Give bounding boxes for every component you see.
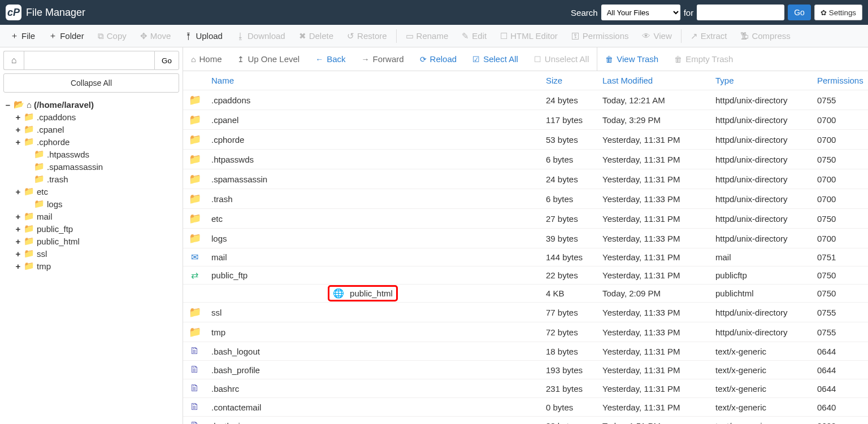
new-folder-button[interactable]: ＋Folder xyxy=(42,27,91,45)
table-row[interactable]: 📁.spamassassin24 bytesYesterday, 11:31 P… xyxy=(183,169,868,189)
file-size: 6 bytes xyxy=(540,150,597,169)
expand-icon[interactable]: + xyxy=(15,125,21,134)
expand-icon[interactable]: + xyxy=(15,261,21,271)
delete-icon: ✖ xyxy=(299,31,306,41)
new-file-button[interactable]: ＋File xyxy=(3,27,42,45)
table-row[interactable]: ✉mail144 bytesYesterday, 11:31 PMmail075… xyxy=(183,248,868,266)
compress-button[interactable]: 🗜Compress xyxy=(734,28,797,44)
table-row[interactable]: 📁etc27 bytesYesterday, 11:31 PMhttpd/uni… xyxy=(183,209,868,229)
expand-icon[interactable]: + xyxy=(15,249,21,259)
file-size: 4 KB xyxy=(540,285,597,303)
table-row[interactable]: 🗎.lastlogin83 bytesToday, 1:51 PMtext/x-… xyxy=(183,417,868,425)
file-modified: Today, 12:21 AM xyxy=(597,90,710,110)
table-row[interactable]: 📁.htpasswds6 bytesYesterday, 11:31 PMhtt… xyxy=(183,150,868,169)
file-permissions: 0700 xyxy=(811,130,868,150)
table-row[interactable]: 📁logs39 bytesYesterday, 11:33 PMhttpd/un… xyxy=(183,229,868,248)
tree-item[interactable]: 📁.trash xyxy=(5,173,178,185)
search-go-button[interactable]: Go xyxy=(788,5,811,20)
expand-icon[interactable]: + xyxy=(15,224,21,234)
table-row[interactable]: 🗎.bash_profile193 bytesYesterday, 11:31 … xyxy=(183,361,868,379)
table-row[interactable]: 🌐public_html4 KBToday, 2:09 PMpublichtml… xyxy=(183,285,868,303)
rename-button[interactable]: ▭Rename xyxy=(399,28,455,45)
extract-button[interactable]: ↗Extract xyxy=(684,28,734,45)
upload-button[interactable]: ⭱Upload xyxy=(177,28,229,44)
table-row[interactable]: ⇄public_ftp22 bytesYesterday, 11:31 PMpu… xyxy=(183,266,868,285)
permissions-button[interactable]: ⚿Permissions xyxy=(565,28,636,44)
tree-item-label: public_ftp xyxy=(37,224,73,234)
collapse-all-button[interactable]: Collapse All xyxy=(3,73,179,93)
file-name: .bash_profile xyxy=(206,361,540,379)
table-row[interactable]: 🗎.bash_logout18 bytesYesterday, 11:31 PM… xyxy=(183,342,868,361)
col-size[interactable]: Size xyxy=(540,71,597,90)
expand-icon[interactable]: + xyxy=(15,187,21,196)
file-table-wrap[interactable]: Name Size Last Modified Type Permissions… xyxy=(183,71,868,424)
home-button[interactable]: ⌂Home xyxy=(183,47,229,71)
expand-icon[interactable]: + xyxy=(15,112,21,122)
table-row[interactable]: 🗎.contactemail0 bytesYesterday, 11:31 PM… xyxy=(183,398,868,417)
file-size: 117 bytes xyxy=(540,110,597,130)
tree-item[interactable]: +📁ssl xyxy=(5,247,178,260)
tree-item[interactable]: +📁etc xyxy=(5,185,178,198)
expand-icon[interactable]: + xyxy=(15,237,21,246)
unselect-all-button[interactable]: ☐Unselect All xyxy=(526,47,597,71)
search-input[interactable] xyxy=(697,5,784,20)
collapse-icon[interactable]: – xyxy=(5,100,11,110)
download-button[interactable]: ⭳Download xyxy=(229,28,292,44)
col-modified[interactable]: Last Modified xyxy=(597,71,710,90)
table-row[interactable]: 🗎.bashrc231 bytesYesterday, 11:31 PMtext… xyxy=(183,379,868,398)
up-one-level-button[interactable]: ↥Up One Level xyxy=(229,47,307,71)
file-size: 24 bytes xyxy=(540,169,597,189)
table-row[interactable]: 📁.cpaddons24 bytesToday, 12:21 AMhttpd/u… xyxy=(183,90,868,110)
search-scope-select[interactable]: All Your Files xyxy=(601,5,680,20)
label: Restore xyxy=(357,31,387,41)
table-row[interactable]: 📁.cphorde53 bytesYesterday, 11:31 PMhttp… xyxy=(183,130,868,150)
file-type: httpd/unix-directory xyxy=(710,209,811,229)
label: Upload xyxy=(196,31,223,41)
file-type: text/x-generic xyxy=(710,379,811,398)
col-type[interactable]: Type xyxy=(710,71,811,90)
select-all-button[interactable]: ☑Select All xyxy=(465,47,526,71)
restore-button[interactable]: ↺Restore xyxy=(340,28,394,45)
file-type: mail xyxy=(710,248,811,266)
tree-item[interactable]: 📁logs xyxy=(5,198,178,210)
copy-button[interactable]: ⧉Copy xyxy=(91,28,133,45)
home-icon-button[interactable]: ⌂ xyxy=(3,51,24,70)
tree-item[interactable]: +📁public_ftp xyxy=(5,222,178,235)
table-row[interactable]: 📁.trash6 bytesYesterday, 11:33 PMhttpd/u… xyxy=(183,189,868,209)
col-permissions[interactable]: Permissions xyxy=(811,71,868,90)
tree-item[interactable]: +📁.cpanel xyxy=(5,123,178,135)
view-trash-button[interactable]: 🗑View Trash xyxy=(597,47,666,71)
move-button[interactable]: ✥Move xyxy=(133,28,178,45)
file-icon: 🗎 xyxy=(190,401,199,412)
tree-item[interactable]: +📁tmp xyxy=(5,260,178,272)
app-title: File Manager xyxy=(26,7,85,19)
tree-item-label: mail xyxy=(37,212,53,221)
tree-item[interactable]: +📁mail xyxy=(5,210,178,222)
table-row[interactable]: 📁tmp72 bytesYesterday, 11:33 PMhttpd/uni… xyxy=(183,322,868,342)
settings-button[interactable]: ✿ Settings xyxy=(814,5,862,20)
tree-item[interactable]: +📁.cpaddons xyxy=(5,111,178,123)
html-editor-button[interactable]: ☐HTML Editor xyxy=(493,28,565,45)
tree-root[interactable]: – 📂 ⌂ (/home/laravel) xyxy=(5,98,178,111)
tree-item[interactable]: +📁public_html xyxy=(5,235,178,247)
tree-item[interactable]: 📁.spamassassin xyxy=(5,160,178,173)
expand-icon[interactable]: + xyxy=(15,212,21,221)
tree-item[interactable]: 📁.htpasswds xyxy=(5,148,178,160)
edit-button[interactable]: ✎Edit xyxy=(455,28,493,45)
path-go-button[interactable]: Go xyxy=(154,51,179,70)
reload-button[interactable]: ⟳Reload xyxy=(412,47,465,71)
forward-button[interactable]: →Forward xyxy=(354,47,412,71)
file-size: 24 bytes xyxy=(540,90,597,110)
table-header: Name Size Last Modified Type Permissions xyxy=(183,71,868,90)
table-row[interactable]: 📁ssl77 bytesYesterday, 11:33 PMhttpd/uni… xyxy=(183,303,868,322)
back-button[interactable]: ←Back xyxy=(307,47,353,71)
table-row[interactable]: 📁.cpanel117 bytesToday, 3:29 PMhttpd/uni… xyxy=(183,110,868,130)
folder-icon: 📁 xyxy=(24,224,34,234)
view-button[interactable]: 👁View xyxy=(635,28,678,44)
col-name[interactable]: Name xyxy=(206,71,540,90)
tree-item[interactable]: +📁.cphorde xyxy=(5,135,178,148)
delete-button[interactable]: ✖Delete xyxy=(292,28,340,45)
path-input[interactable] xyxy=(24,51,154,70)
empty-trash-button[interactable]: 🗑Empty Trash xyxy=(666,47,741,71)
expand-icon[interactable]: + xyxy=(15,137,21,147)
